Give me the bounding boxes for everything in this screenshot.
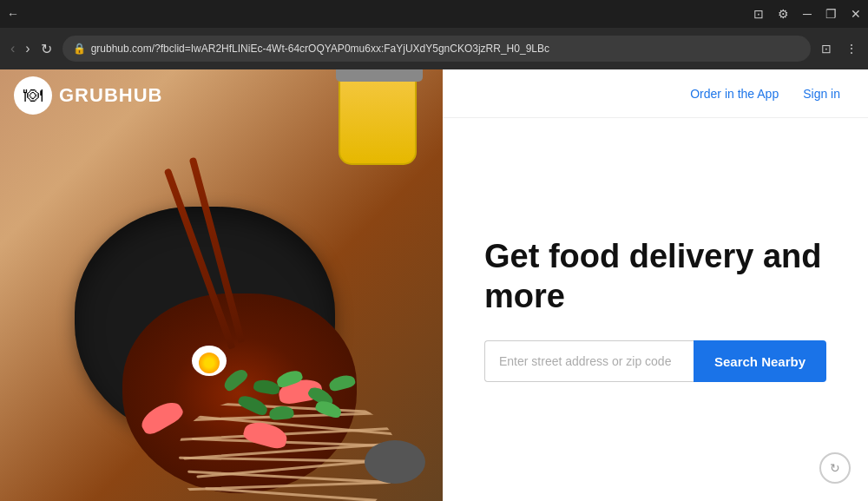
- grubhub-logo-text: GRUBHUB: [59, 84, 162, 107]
- more-button[interactable]: ⋮: [842, 38, 861, 59]
- refresh-button[interactable]: ↻: [37, 37, 56, 61]
- minimize-button[interactable]: ─: [803, 7, 812, 21]
- back-button[interactable]: ‹: [7, 37, 18, 60]
- scroll-hint-icon: ↻: [830, 461, 840, 475]
- egg-yolk: [199, 353, 220, 373]
- browser-extras: ⊡ ⋮: [818, 38, 861, 59]
- main-content: 🍽 GRUBHUB Order in the App Sign in Get f…: [0, 69, 868, 501]
- monitor-icon[interactable]: ⊡: [753, 7, 764, 21]
- titlebar-left: ←: [7, 7, 19, 21]
- hero-section: Get food delivery and more Search Nearby: [443, 118, 868, 501]
- bowl-container: [40, 137, 370, 467]
- url-text: grubhub.com/?fbclid=IwAR2HfLINiEc-4Wt-64…: [91, 43, 800, 55]
- scroll-hint[interactable]: ↻: [819, 452, 851, 484]
- logo-area: 🍽 GRUBHUB: [0, 69, 176, 122]
- cup-lid: [336, 69, 423, 82]
- address-input[interactable]: [484, 340, 694, 382]
- order-app-link[interactable]: Order in the App: [690, 87, 779, 101]
- grubhub-logo-icon: 🍽: [14, 76, 52, 115]
- sign-in-link[interactable]: Sign in: [803, 87, 840, 101]
- sauce-dish: [365, 440, 425, 484]
- hero-title: Get food delivery and more: [484, 237, 826, 316]
- food-image-panel: [0, 69, 443, 501]
- browser-address-bar[interactable]: 🔒 grubhub.com/?fbclid=IwAR2HfLINiEc-4Wt-…: [62, 36, 811, 62]
- search-nearby-button[interactable]: Search Nearby: [694, 340, 826, 382]
- titlebar-right: ⊡ ⚙ ─ ❐ ✕: [753, 7, 861, 21]
- maximize-button[interactable]: ❐: [825, 7, 837, 21]
- forward-button[interactable]: ›: [22, 37, 33, 60]
- food-background: [0, 69, 443, 501]
- bowl-outer: [75, 207, 335, 441]
- os-back-icon[interactable]: ←: [7, 7, 19, 21]
- cilantro: [209, 372, 365, 458]
- search-row: Search Nearby: [484, 340, 826, 382]
- settings-icon[interactable]: ⚙: [778, 7, 789, 21]
- browser-chrome: ‹ › ↻ 🔒 grubhub.com/?fbclid=IwAR2HfLINiE…: [0, 28, 868, 69]
- close-button[interactable]: ✕: [851, 7, 861, 21]
- os-titlebar: ← ⊡ ⚙ ─ ❐ ✕: [0, 0, 868, 28]
- right-panel: Order in the App Sign in Get food delive…: [443, 69, 868, 501]
- nav-buttons: ‹ › ↻: [7, 37, 56, 61]
- top-nav: Order in the App Sign in: [443, 69, 868, 118]
- lock-icon: 🔒: [73, 43, 86, 55]
- cast-icon[interactable]: ⊡: [818, 38, 835, 59]
